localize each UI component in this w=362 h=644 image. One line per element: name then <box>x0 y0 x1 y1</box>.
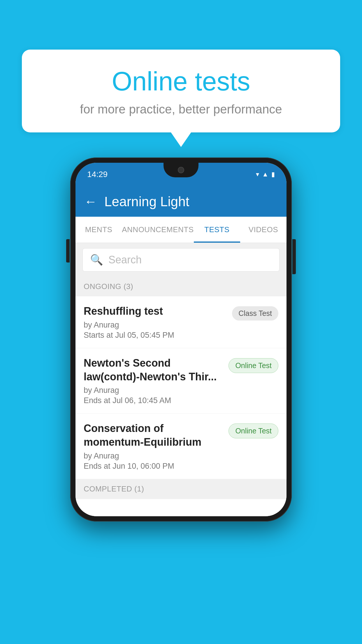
back-button[interactable]: ← <box>84 195 97 208</box>
phone-outer: 14:29 ▾ ▲ ▮ ← Learning Light MENTS <box>70 158 292 522</box>
phone-screen: 14:29 ▾ ▲ ▮ ← Learning Light MENTS <box>75 163 287 516</box>
wifi-icon: ▾ <box>256 171 259 178</box>
test-badge-online: Online Test <box>229 358 278 373</box>
test-author: by Anurag <box>84 452 223 461</box>
completed-label: COMPLETED (1) <box>84 484 144 493</box>
test-item[interactable]: Conservation of momentum-Equilibrium by … <box>75 414 287 479</box>
test-badge-class: Class Test <box>232 306 278 321</box>
phone-wrapper: 14:29 ▾ ▲ ▮ ← Learning Light MENTS <box>70 158 292 522</box>
test-author: by Anurag <box>84 386 223 395</box>
tabs-bar: MENTS ANNOUNCEMENTS TESTS VIDEOS <box>75 217 287 243</box>
test-name: Reshuffling test <box>84 304 227 318</box>
status-time: 14:29 <box>87 170 108 179</box>
tab-videos[interactable]: VIDEOS <box>240 217 287 243</box>
status-bar: 14:29 ▾ ▲ ▮ <box>75 163 287 186</box>
test-badge-online: Online Test <box>229 424 278 438</box>
camera-dot <box>178 167 184 173</box>
tab-tests[interactable]: TESTS <box>194 217 240 243</box>
test-list: Reshuffling test by Anurag Starts at Jul… <box>75 296 287 479</box>
bubble-subtitle: for more practice, better performance <box>36 102 326 116</box>
test-info: Conservation of momentum-Equilibrium by … <box>84 422 223 471</box>
ongoing-section-header: ONGOING (3) <box>75 277 287 296</box>
speech-bubble: Online tests for more practice, better p… <box>22 50 340 132</box>
test-item[interactable]: Reshuffling test by Anurag Starts at Jul… <box>75 296 287 348</box>
completed-section-header: COMPLETED (1) <box>75 479 287 499</box>
test-info: Reshuffling test by Anurag Starts at Jul… <box>84 304 227 340</box>
search-placeholder: Search <box>108 254 142 266</box>
bubble-title: Online tests <box>36 67 326 96</box>
test-author: by Anurag <box>84 321 227 330</box>
test-name: Newton's Second law(contd)-Newton's Thir… <box>84 356 223 384</box>
battery-icon: ▮ <box>271 171 275 178</box>
test-name: Conservation of momentum-Equilibrium <box>84 422 223 449</box>
test-info: Newton's Second law(contd)-Newton's Thir… <box>84 356 223 405</box>
test-date: Starts at Jul 05, 05:45 PM <box>84 331 227 340</box>
tab-assignments[interactable]: MENTS <box>75 217 122 243</box>
status-icons: ▾ ▲ ▮ <box>256 171 275 178</box>
tab-announcements[interactable]: ANNOUNCEMENTS <box>122 217 194 243</box>
notch-cutout <box>164 163 198 177</box>
test-date: Ends at Jul 06, 10:45 AM <box>84 396 223 405</box>
test-date: Ends at Jun 10, 06:00 PM <box>84 462 223 471</box>
signal-icon: ▲ <box>262 171 268 178</box>
search-bar[interactable]: 🔍 Search <box>82 248 280 272</box>
app-bar: ← Learning Light <box>75 186 287 217</box>
app-title: Learning Light <box>104 194 189 209</box>
search-icon: 🔍 <box>90 254 103 266</box>
bottom-fade <box>75 499 287 516</box>
test-item[interactable]: Newton's Second law(contd)-Newton's Thir… <box>75 348 287 414</box>
ongoing-label: ONGOING (3) <box>84 282 133 291</box>
search-container: 🔍 Search <box>75 243 287 277</box>
